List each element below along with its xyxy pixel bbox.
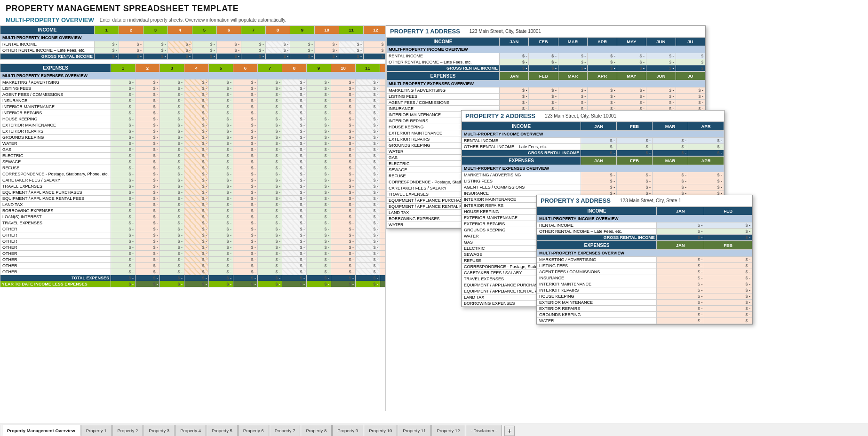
tab-property-6[interactable]: Property 6 bbox=[238, 425, 269, 436]
table-row: WATER$ -$ - bbox=[537, 318, 752, 324]
table-row: HOUSE KEEPING$ -$ -$ -$ -$ -$ -$ -$ -$ -… bbox=[0, 116, 386, 122]
expenses-table: EXPENSES 1 2 3 4 5 6 7 8 9 10 11 12 YTD … bbox=[0, 63, 386, 287]
table-row: MARKETING / ADVERTISING$ -$ -$ -$ -$ -$ … bbox=[387, 87, 705, 94]
gross-row: GROSS RENTAL INCOME $ - $ - $ - $ - $ - … bbox=[387, 65, 705, 71]
overview-panel: INCOME 1 2 3 4 5 6 7 8 9 10 11 12 YTD TO… bbox=[0, 25, 386, 411]
table-row: HOUSE KEEPING$ -$ - bbox=[537, 293, 752, 300]
table-row: ELECTRIC$ -$ -$ -$ -$ -$ -$ -$ -$ -$ -$ … bbox=[0, 153, 386, 159]
table-row: INTERIOR MAINTENANCE$ -$ - bbox=[537, 281, 752, 287]
property2-income-table: INCOME JAN FEB MAR APR MULTI-PROPERTY IN… bbox=[462, 122, 724, 156]
tab-disclaimer[interactable]: - Disclaimer - bbox=[466, 425, 502, 436]
table-row: EXTERIOR REPAIRS$ -$ - bbox=[537, 306, 752, 312]
table-row: BORROWING EXPENSES$ -$ -$ -$ -$ -$ -$ -$… bbox=[0, 208, 386, 214]
table-row: INSURANCE$ -$ -$ -$ -$ -$ -$ -$ -$ -$ -$… bbox=[0, 98, 386, 104]
table-row: EXTERIOR MAINTENANCE$ -$ -$ -$ -$ -$ -$ … bbox=[0, 122, 386, 128]
table-row: CARETAKER FEES / SALARY$ -$ -$ -$ -$ -$ … bbox=[0, 177, 386, 183]
table-row: EQUIPMENT / APPLIANCE RENTAL FEES$ -$ -$… bbox=[0, 196, 386, 202]
table-row: OTHER$ -$ -$ -$ -$ -$ -$ -$ -$ -$ -$ -$ … bbox=[0, 226, 386, 232]
table-row: TRAVEL EXPENSES$ -$ -$ -$ -$ -$ -$ -$ -$… bbox=[0, 183, 386, 190]
property3-title: PROPERTY 3 ADDRESS bbox=[541, 197, 611, 204]
gross-row: GROSS RENTAL INCOME $ - $ - $ - $ - bbox=[462, 150, 724, 156]
expenses-header: EXPENSES bbox=[0, 64, 111, 72]
overview-description: Enter data on individual property sheets… bbox=[100, 17, 287, 23]
table-row: GROUNDS KEEPING$ -$ - bbox=[537, 312, 752, 318]
table-row: LAND TAX$ -$ -$ -$ -$ -$ -$ -$ -$ -$ -$ … bbox=[0, 202, 386, 208]
gross-row: GROSS RENTAL INCOME $ - $ - bbox=[537, 235, 752, 241]
tab-property-10[interactable]: Property 10 bbox=[364, 425, 397, 436]
tab-property-management-overview[interactable]: Property Management Overview bbox=[2, 425, 80, 436]
table-row: AGENT FEES / COMMISSIONS$ -$ -$ -$ - bbox=[462, 184, 724, 190]
tab-property-4[interactable]: Property 4 bbox=[175, 425, 206, 436]
table-row: INTERIOR REPAIRS$ -$ - bbox=[537, 287, 752, 293]
table-row: SEWAGE$ -$ -$ -$ -$ -$ -$ -$ -$ -$ -$ -$… bbox=[0, 159, 386, 165]
property1-address: 123 Main Street, City, State 10001 bbox=[470, 29, 541, 34]
tab-property-3[interactable]: Property 3 bbox=[143, 425, 175, 436]
total-expenses-row: TOTAL EXPENSES$ -$ -$ -$ -$ -$ -$ -$ -$ … bbox=[0, 275, 386, 281]
table-row: OTHER$ -$ -$ -$ -$ -$ -$ -$ -$ -$ -$ -$ … bbox=[0, 269, 386, 275]
table-row: INTERIOR MAINTENANCE$ -$ -$ -$ -$ -$ -$ … bbox=[0, 104, 386, 110]
tab-property-7[interactable]: Property 7 bbox=[270, 425, 301, 436]
table-row: RENTAL INCOME $ - $ - $ - $ - $ - $ - $ bbox=[387, 53, 705, 59]
main-area: INCOME 1 2 3 4 5 6 7 8 9 10 11 12 YTD TO… bbox=[0, 25, 868, 411]
table-row: AGENT FEES / COMMISSIONS$ -$ -$ -$ -$ -$… bbox=[387, 100, 705, 106]
table-row: GROUNDS KEEPING$ -$ -$ -$ -$ -$ -$ -$ -$… bbox=[0, 135, 386, 141]
header: PROPERTY MANAGEMENT SPREADSHEET TEMPLATE bbox=[0, 0, 868, 16]
table-row: OTHER RENTAL INCOME – Late Fees, etc. $ … bbox=[0, 48, 386, 54]
table-row: MARKETING / ADVERTISING$ -$ -$ -$ -$ -$ … bbox=[0, 79, 386, 86]
table-row: GAS$ -$ -$ -$ -$ -$ -$ -$ -$ -$ -$ -$ -$… bbox=[0, 147, 386, 153]
table-row: AGENT FEES / COMMISSIONS$ -$ - bbox=[537, 269, 752, 275]
table-row: CORRESPONDENCE - Postage, Stationary, Ph… bbox=[0, 171, 386, 177]
income-table: INCOME 1 2 3 4 5 6 7 8 9 10 11 12 YTD TO… bbox=[0, 25, 386, 60]
table-row: LISTING FEES$ -$ -$ -$ -$ -$ -$ -$ -$ -$… bbox=[0, 86, 386, 92]
tab-property-8[interactable]: Property 8 bbox=[301, 425, 332, 436]
table-row: RENTAL INCOME $ - $ - $ - $ - $ - $ - $ … bbox=[0, 41, 386, 48]
tab-property-2[interactable]: Property 2 bbox=[112, 425, 143, 436]
table-row: INSURANCE$ -$ - bbox=[537, 275, 752, 281]
property2-address: 123 Main Street, City, State 10001 bbox=[545, 113, 616, 119]
page-title: PROPERTY MANAGEMENT SPREADSHEET TEMPLATE bbox=[6, 4, 862, 14]
tab-property-5[interactable]: Property 5 bbox=[207, 425, 238, 436]
property1-title: PROPERTY 1 ADDRESS bbox=[390, 28, 460, 35]
property3-panel: PROPERTY 3 ADDRESS 123 Main Street, City… bbox=[536, 195, 753, 325]
table-row: RENTAL INCOME $ - $ - $ - $ - bbox=[462, 138, 724, 144]
table-row: OTHER$ -$ -$ -$ -$ -$ -$ -$ -$ -$ -$ -$ … bbox=[0, 245, 386, 251]
ytd-income-less-row: YEAR TO DATE INCOME LESS EXPENSES$ -$ -$… bbox=[0, 281, 386, 287]
table-row: EQUIPMENT / APPLIANCE PURCHASES$ -$ -$ -… bbox=[0, 190, 386, 196]
table-row: OTHER$ -$ -$ -$ -$ -$ -$ -$ -$ -$ -$ -$ … bbox=[0, 257, 386, 263]
table-row: MARKETING / ADVERTISING$ -$ - bbox=[537, 257, 752, 263]
right-panel: PROPERTY 1 ADDRESS 123 Main Street, City… bbox=[386, 25, 868, 411]
table-row: RENTAL INCOME $ - $ - bbox=[537, 222, 752, 229]
table-row: REFUSE$ -$ -$ -$ -$ -$ -$ -$ -$ -$ -$ -$… bbox=[0, 165, 386, 171]
table-row: INTERIOR REPAIRS$ -$ -$ -$ -$ -$ -$ -$ -… bbox=[0, 110, 386, 116]
property3-address: 123 Main Street, City, State 1 bbox=[620, 198, 681, 203]
property3-expense-table: EXPENSES JAN FEB MULTI-PROPERTY EXPENSES… bbox=[537, 241, 752, 324]
property3-income-table: INCOME JAN FEB MULTI-PROPERTY INCOME OVE… bbox=[537, 206, 752, 241]
tab-property-1[interactable]: Property 1 bbox=[81, 425, 112, 436]
add-tab-button[interactable]: + bbox=[504, 426, 515, 436]
table-row: MARKETING / ADVERTISING$ -$ -$ -$ - bbox=[462, 172, 724, 178]
table-row: LISTING FEES$ -$ - bbox=[537, 263, 752, 269]
table-row: OTHER RENTAL INCOME – Late Fees, etc. $ … bbox=[462, 144, 724, 150]
table-row: OTHER$ -$ -$ -$ -$ -$ -$ -$ -$ -$ -$ -$ … bbox=[0, 251, 386, 257]
overview-title: MULTI-PROPERTY OVERVIEW bbox=[6, 16, 94, 24]
tab-property-12[interactable]: Property 12 bbox=[431, 425, 465, 436]
gross-income-row: GROSS RENTAL INCOME $ - $ - $ - $ - $ - … bbox=[0, 54, 386, 60]
tab-bar: Property Management Overview Property 1 … bbox=[0, 423, 868, 436]
table-row: LOAN(S) INTEREST$ -$ -$ -$ -$ -$ -$ -$ -… bbox=[0, 214, 386, 220]
tab-property-11[interactable]: Property 11 bbox=[398, 425, 431, 436]
table-row: LISTING FEES$ -$ -$ -$ - bbox=[462, 178, 724, 184]
table-row: AGENT FEES / COMMISSIONS$ -$ -$ -$ -$ -$… bbox=[0, 92, 386, 98]
table-row: OTHER$ -$ -$ -$ -$ -$ -$ -$ -$ -$ -$ -$ … bbox=[0, 232, 386, 238]
income-header: INCOME bbox=[0, 26, 95, 34]
table-row: TRAVEL EXPENSES$ -$ -$ -$ -$ -$ -$ -$ -$… bbox=[0, 220, 386, 226]
income-sub-header: MULTI-PROPERTY INCOME OVERVIEW bbox=[0, 34, 386, 41]
subheader: MULTI-PROPERTY OVERVIEW Enter data on in… bbox=[0, 16, 868, 25]
table-row: OTHER RENTAL INCOME – Late Fees, etc. $ … bbox=[537, 229, 752, 235]
table-row: WATER$ -$ -$ -$ -$ -$ -$ -$ -$ -$ -$ -$ … bbox=[0, 141, 386, 147]
table-row: EXTERIOR MAINTENANCE$ -$ - bbox=[537, 300, 752, 306]
table-row: EXTERIOR REPAIRS$ -$ -$ -$ -$ -$ -$ -$ -… bbox=[0, 128, 386, 135]
table-row: OTHER$ -$ -$ -$ -$ -$ -$ -$ -$ -$ -$ -$ … bbox=[0, 238, 386, 245]
table-row: OTHER$ -$ -$ -$ -$ -$ -$ -$ -$ -$ -$ -$ … bbox=[0, 263, 386, 269]
property2-title: PROPERTY 2 ADDRESS bbox=[465, 112, 535, 119]
tab-property-9[interactable]: Property 9 bbox=[332, 425, 363, 436]
